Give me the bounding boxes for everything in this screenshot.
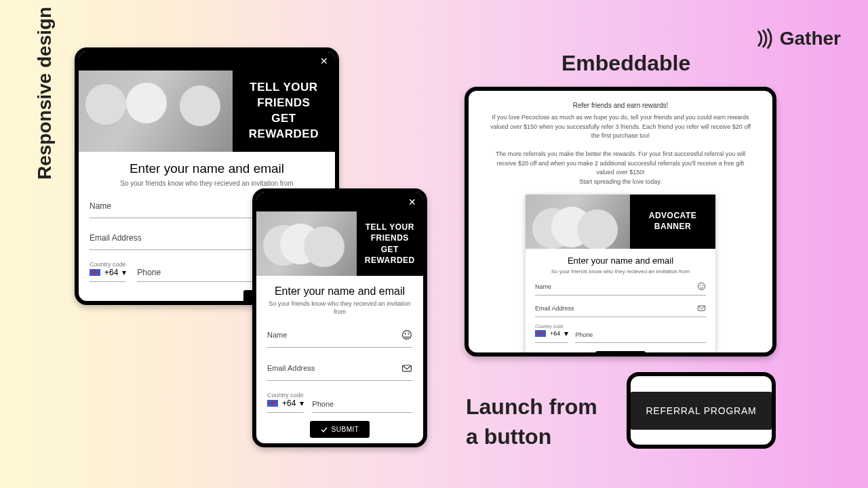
name-label: Name bbox=[267, 331, 401, 339]
embed-intro-text: Refer friends and earn rewards! If you l… bbox=[489, 100, 752, 186]
check-icon bbox=[604, 354, 610, 357]
close-icon[interactable]: ✕ bbox=[320, 56, 328, 66]
svg-point-1 bbox=[405, 333, 406, 334]
banner-headline: ADVOCATE BANNER bbox=[630, 195, 715, 249]
check-icon bbox=[321, 426, 328, 433]
referral-modal-small: ✕ TELL YOUR FRIENDS GET REWARDED Enter y… bbox=[252, 188, 427, 447]
gather-logo: Gather bbox=[754, 27, 841, 50]
phone-field[interactable]: Phone bbox=[312, 400, 412, 413]
svg-point-0 bbox=[403, 331, 412, 340]
banner-image bbox=[79, 70, 233, 152]
modal-banner: TELL YOUR FRIENDS GET REWARDED bbox=[256, 211, 423, 276]
phone-field[interactable]: Phone bbox=[575, 331, 706, 343]
gather-logo-text: Gather bbox=[780, 28, 841, 49]
svg-point-5 bbox=[700, 285, 701, 286]
svg-point-2 bbox=[408, 333, 409, 334]
modal-titlebar: ✕ bbox=[79, 52, 335, 70]
submit-button[interactable]: SUBMIT bbox=[595, 351, 645, 357]
banner-headline: TELL YOUR FRIENDS GET REWARDED bbox=[357, 211, 423, 276]
chevron-down-icon: ▾ bbox=[564, 329, 568, 338]
country-code-select[interactable]: Country code +64 ▾ bbox=[90, 261, 126, 282]
embedded-widget: ADVOCATE BANNER Enter your name and emai… bbox=[526, 195, 715, 357]
form-subtitle: So your friends know who they recieved a… bbox=[90, 179, 324, 188]
email-field[interactable]: Email Address bbox=[535, 302, 706, 317]
referral-launch-panel: REFERRAL PROGRAM bbox=[627, 372, 776, 449]
form-title: Enter your name and email bbox=[267, 285, 412, 298]
responsive-design-label: Responsive design bbox=[34, 7, 56, 180]
name-label: Name bbox=[535, 283, 697, 290]
form-title: Enter your name and email bbox=[535, 256, 706, 266]
form-subtitle: So your friends know who they recieved a… bbox=[535, 268, 706, 275]
country-code-select[interactable]: Country code +64 ▾ bbox=[535, 324, 568, 343]
nz-flag-icon bbox=[267, 400, 278, 407]
modal-banner: TELL YOUR FRIENDS GET REWARDED bbox=[79, 70, 335, 152]
mail-icon bbox=[697, 304, 706, 312]
modal-banner: ADVOCATE BANNER bbox=[526, 195, 715, 249]
gather-logo-icon bbox=[754, 27, 777, 50]
banner-headline: TELL YOUR FRIENDS GET REWARDED bbox=[233, 70, 335, 152]
chevron-down-icon: ▾ bbox=[300, 399, 304, 408]
banner-image bbox=[526, 195, 630, 249]
name-field[interactable]: Name bbox=[267, 325, 412, 348]
chevron-down-icon: ▾ bbox=[122, 268, 126, 277]
nz-flag-icon bbox=[90, 269, 100, 276]
svg-point-6 bbox=[703, 285, 703, 286]
embeddable-label: Embeddable bbox=[561, 51, 690, 76]
embeddable-page: Refer friends and earn rewards! If you l… bbox=[465, 87, 776, 357]
svg-point-4 bbox=[698, 283, 705, 290]
face-icon bbox=[401, 329, 412, 340]
banner-image bbox=[256, 211, 357, 276]
email-label: Email Address bbox=[267, 364, 401, 372]
close-icon[interactable]: ✕ bbox=[408, 197, 416, 207]
modal-titlebar: ✕ bbox=[256, 192, 423, 211]
form-subtitle: So your friends know who they recieved a… bbox=[267, 300, 412, 316]
nz-flag-icon bbox=[535, 330, 546, 337]
country-code-select[interactable]: Country code +64 ▾ bbox=[267, 392, 304, 413]
referral-program-button[interactable]: REFERRAL PROGRAM bbox=[631, 392, 771, 430]
mail-icon bbox=[401, 363, 412, 373]
face-icon bbox=[697, 282, 706, 291]
form-title: Enter your name and email bbox=[90, 161, 324, 176]
launch-from-button-label: Launch from a button bbox=[466, 392, 597, 451]
name-field[interactable]: Name bbox=[535, 281, 706, 296]
email-label: Email Address bbox=[535, 305, 697, 312]
email-field[interactable]: Email Address bbox=[267, 359, 412, 381]
submit-button[interactable]: SUBMIT bbox=[310, 421, 370, 438]
